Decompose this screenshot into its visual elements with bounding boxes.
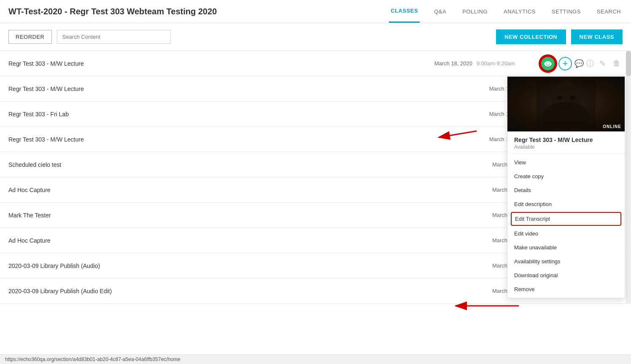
thumbnail-image — [507, 77, 625, 131]
row-title: Regr Test 303 - M/W Lecture — [8, 86, 489, 92]
row-overlay-actions: + 💬 ⓘ ✎ 🗑 — [540, 56, 623, 72]
toolbar-right: NEW COLLECTION NEW CLASS — [496, 29, 623, 44]
menu-item-download-original[interactable]: Download original — [507, 268, 625, 282]
toolbar: REORDER NEW COLLECTION NEW CLASS — [0, 23, 631, 51]
menu-item-create-copy[interactable]: Create copy — [507, 169, 625, 183]
status-url: https://echo360qa.org/section/a4d83b01-a… — [5, 356, 180, 362]
row-title: Mark The Tester — [8, 212, 492, 219]
context-menu: ONLINE Regr Test 303 - M/W Lecture Avail… — [507, 76, 625, 298]
row-title: Scheduled cielo test — [8, 161, 492, 168]
delete-icon[interactable]: 🗑 — [611, 58, 623, 70]
reorder-button[interactable]: REORDER — [8, 30, 52, 44]
row-title: Regr Test 303 - Fri Lab — [8, 111, 489, 118]
toolbar-left: REORDER — [8, 30, 171, 44]
status-bar: https://echo360qa.org/section/a4d83b01-a… — [0, 354, 631, 364]
nav-tab-polling[interactable]: POLLING — [461, 0, 489, 23]
nav-tab-search[interactable]: SEARCH — [595, 0, 623, 23]
context-menu-info: Regr Test 303 - M/W Lecture Available — [507, 131, 625, 154]
menu-item-edit-transcript[interactable]: Edit Transcript — [511, 212, 621, 226]
nav-tab-classes[interactable]: CLASSES — [389, 0, 420, 23]
row-title: Regr Test 303 - M/W Lecture — [8, 60, 434, 67]
row-date: March 18, 2020 — [434, 60, 472, 67]
menu-item-details[interactable]: Details — [507, 183, 625, 197]
new-collection-button[interactable]: NEW COLLECTION — [496, 29, 566, 44]
menu-item-make-unavailable[interactable]: Make unavailable — [507, 241, 625, 254]
search-input[interactable] — [57, 30, 171, 44]
view-recording-icon[interactable] — [540, 56, 556, 72]
svg-point-0 — [547, 62, 550, 65]
info-icon[interactable]: ⓘ — [586, 59, 594, 69]
header: WT-Test-2020 - Regr Test 303 Webteam Tes… — [0, 0, 631, 23]
nav-tab-qa[interactable]: Q&A — [432, 0, 448, 23]
nav-tab-settings[interactable]: SETTINGS — [550, 0, 582, 23]
menu-item-edit-description[interactable]: Edit description — [507, 197, 625, 211]
row-time: 9:00am-9:20am — [477, 60, 531, 67]
chat-icon[interactable]: 💬 — [574, 59, 584, 68]
new-class-button[interactable]: NEW CLASS — [571, 29, 623, 44]
eye-icon — [544, 59, 552, 68]
nav-tab-analytics[interactable]: ANALYTICS — [502, 0, 537, 23]
thumbnail: ONLINE — [507, 77, 625, 131]
nav-tabs: CLASSES Q&A POLLING ANALYTICS SETTINGS S… — [389, 0, 623, 23]
row-title: 2020-03-09 Library Publish (Audio) — [8, 262, 492, 269]
menu-item-availability-settings[interactable]: Availability settings — [507, 254, 625, 268]
thumbnail-label: ONLINE — [603, 124, 621, 129]
menu-item-edit-video[interactable]: Edit video — [507, 227, 625, 241]
svg-rect-5 — [537, 79, 596, 129]
context-menu-status: Available — [514, 144, 618, 150]
row-title: Ad Hoc Capture — [8, 187, 492, 193]
menu-item-remove[interactable]: Remove — [507, 282, 625, 296]
menu-item-view[interactable]: View — [507, 155, 625, 169]
thumbnail-svg — [537, 79, 596, 129]
add-icon[interactable]: + — [558, 57, 572, 70]
row-title: Regr Test 303 - M/W Lecture — [8, 136, 489, 143]
table-row[interactable]: Regr Test 303 - M/W Lecture March 18, 20… — [0, 51, 631, 76]
row-title: 2020-03-09 Library Publish (Audio Edit) — [8, 288, 492, 294]
content-list: Regr Test 303 - M/W Lecture March 18, 20… — [0, 51, 631, 304]
page-title: WT-Test-2020 - Regr Test 303 Webteam Tes… — [8, 7, 217, 16]
scrollbar-track[interactable] — [626, 51, 631, 304]
edit-icon[interactable]: ✎ — [596, 58, 608, 70]
row-title: Ad Hoc Capture — [8, 237, 492, 244]
context-menu-title: Regr Test 303 - M/W Lecture — [514, 136, 618, 143]
context-menu-items: View Create copy Details Edit descriptio… — [507, 154, 625, 298]
